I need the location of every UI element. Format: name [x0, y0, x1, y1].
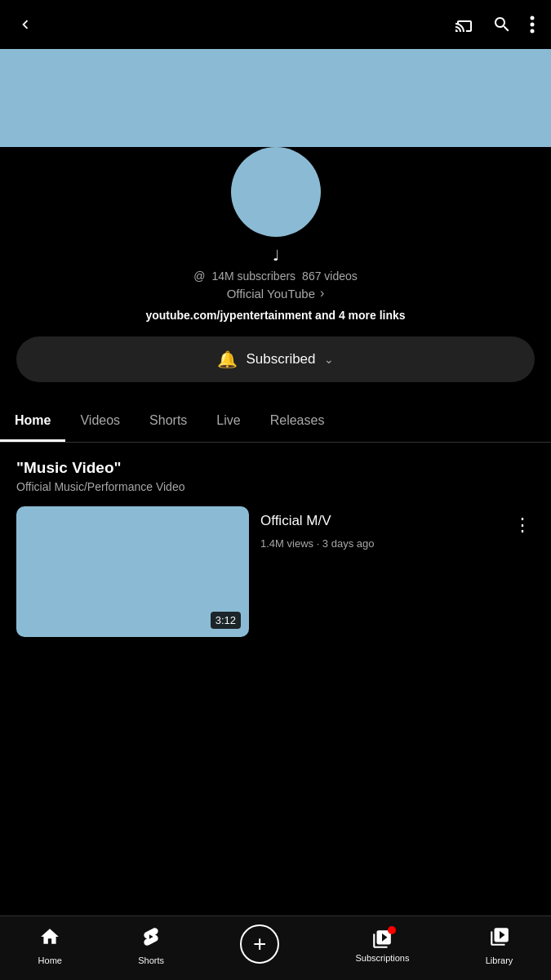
subscriptions-nav-label: Subscriptions	[355, 953, 409, 963]
search-button[interactable]	[492, 15, 512, 34]
home-icon	[39, 926, 60, 952]
channel-handle-row: @ 14M subscribers 867 videos	[0, 270, 551, 283]
nav-shorts[interactable]: Shorts	[138, 926, 164, 965]
create-icon: +	[240, 924, 279, 964]
section-subtitle: Official Music/Performance Video	[16, 480, 535, 493]
nav-library[interactable]: Library	[486, 926, 513, 965]
chevron-right-icon: ›	[320, 286, 324, 301]
nav-subscriptions[interactable]: Subscriptions	[355, 929, 409, 963]
video-stats: 1.4M views · 3 days ago	[260, 537, 535, 550]
channel-tabs: Home Videos Shorts Live Releases	[0, 402, 551, 443]
tab-shorts[interactable]: Shorts	[135, 402, 202, 442]
library-nav-label: Library	[486, 956, 513, 965]
official-youtube-row[interactable]: Official YouTube ›	[0, 286, 551, 301]
shorts-nav-label: Shorts	[138, 956, 164, 965]
svg-point-2	[531, 29, 535, 33]
back-button[interactable]	[16, 16, 34, 33]
top-bar	[0, 0, 551, 49]
svg-point-0	[531, 16, 535, 20]
tab-releases[interactable]: Releases	[256, 402, 340, 442]
videos-count: 867 videos	[302, 270, 358, 283]
bell-icon: 🔔	[217, 350, 238, 369]
video-more-button[interactable]: ⋮	[510, 511, 535, 539]
shorts-icon	[140, 926, 162, 952]
library-icon	[489, 926, 510, 952]
nav-home[interactable]: Home	[38, 926, 62, 965]
music-note-icon: ♩	[273, 247, 279, 265]
chevron-down-icon: ⌄	[324, 353, 334, 366]
channel-links[interactable]: youtube.com/jypentertainment and 4 more …	[0, 309, 551, 322]
subscribers-count: 14M subscribers	[211, 270, 295, 283]
svg-point-1	[531, 23, 535, 27]
bottom-nav: Home Shorts + Subscriptions Library	[0, 915, 551, 980]
nav-create[interactable]: +	[240, 924, 279, 967]
video-title: Official M/V	[260, 511, 510, 531]
channel-handle: @	[193, 270, 205, 283]
tab-live[interactable]: Live	[202, 402, 255, 442]
more-options-button[interactable]	[530, 15, 535, 34]
content-section: "Music Video" Official Music/Performance…	[0, 443, 551, 637]
video-meta: Official M/V 1.4M views · 3 days ago	[260, 506, 535, 550]
subscribed-label: Subscribed	[246, 351, 315, 368]
official-youtube-label: Official YouTube	[227, 287, 315, 301]
tab-videos[interactable]: Videos	[65, 402, 135, 442]
channel-info: ♩ @ 14M subscribers 867 videos Official …	[0, 147, 551, 382]
video-card: 3:12 Official M/V 1.4M views · 3 days ag…	[16, 506, 535, 637]
top-bar-right	[455, 15, 535, 34]
channel-name-row: ♩	[0, 247, 551, 265]
subscribed-button[interactable]: 🔔 Subscribed ⌄	[16, 336, 535, 382]
tab-home[interactable]: Home	[0, 402, 65, 442]
top-bar-left	[16, 16, 34, 33]
subscriptions-icon	[371, 929, 393, 950]
cast-button[interactable]	[455, 15, 474, 34]
avatar-container	[0, 147, 551, 237]
home-nav-label: Home	[38, 956, 62, 965]
section-title: "Music Video"	[16, 459, 535, 477]
video-thumbnail[interactable]: 3:12	[16, 506, 249, 637]
video-duration: 3:12	[211, 612, 241, 629]
notification-dot	[388, 926, 396, 934]
channel-avatar	[231, 147, 321, 237]
